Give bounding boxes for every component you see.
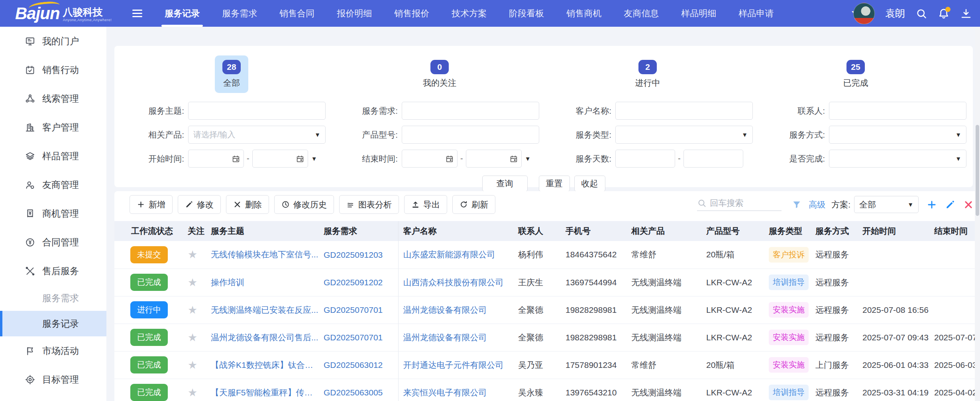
service-topic-link[interactable]: 无线传输模块在地下室信号... [211,249,318,260]
caret-down-icon[interactable]: ▼ [311,155,317,162]
toolbar-button[interactable]: 修改 [178,195,221,214]
status-tab[interactable]: 0 我的关注 [336,55,544,93]
customer-link[interactable]: 来宾恒兴电子有限公司 [403,387,487,398]
product-model-input[interactable] [402,126,539,144]
service-topic-link[interactable]: 操作培训 [211,277,244,288]
service-method-select[interactable]: ▼ [829,126,966,144]
status-tab[interactable]: 25 已完成 [752,55,960,93]
sidebar-item[interactable]: 友商管理 [0,170,106,199]
end-date-from-input[interactable] [402,150,458,168]
reset-button[interactable]: 重置 [539,176,570,192]
is-finished-select[interactable]: ▼ [829,150,966,168]
service-demand-link[interactable]: GD2025070701 [324,305,383,315]
service-topic-link[interactable]: 温州龙德设备有限公司售后... [211,332,318,343]
star-icon[interactable]: ★ [188,249,197,261]
customer-link[interactable]: 山东盛宏新能源有限公司 [403,249,495,260]
nav-tab[interactable]: 阶段看板 [505,0,548,27]
query-button[interactable]: 查询 [482,176,528,192]
toolbar-button[interactable]: 导出 [404,195,447,214]
page-scrollbar-thumb[interactable] [976,125,979,216]
service-demand-link[interactable]: GD2025091202 [324,278,383,287]
star-icon[interactable]: ★ [188,304,197,316]
star-icon[interactable]: ★ [188,332,197,344]
table-row[interactable]: 已完成 ★ 【战斧K1数控铣床】钛合金... GD2025063012 开封通达… [114,351,980,379]
nav-tab[interactable]: 友商信息 [620,0,663,27]
star-icon[interactable]: ★ [188,277,197,288]
table-row[interactable]: 进行中 ★ 无线测温终端已安装在反应... GD2025070701 温州龙德设… [114,296,980,324]
contact-input[interactable] [829,102,966,120]
nav-tab[interactable]: 服务需求 [218,0,261,27]
table-row[interactable]: 已完成 ★ 操作培训 GD2025091202 山西清众科技股份有限公司 王庆生… [114,269,980,296]
toolbar-button[interactable]: 删除 [226,195,269,214]
table-row[interactable]: 已完成 ★ 温州龙德设备有限公司售后... GD2025070701 温州龙德设… [114,324,980,351]
table-row[interactable]: 已完成 ★ 【天服F5智能检重秤】传送... GD2025063005 来宾恒兴… [114,379,980,401]
sidebar-item[interactable]: 合同管理 [0,228,106,257]
service-topic-link[interactable]: 【战斧K1数控铣床】钛合金... [211,360,319,371]
customer-link[interactable]: 温州龙德设备有限公司 [403,304,487,316]
collapse-button[interactable]: 收起 [574,176,605,192]
sidebar-subitem[interactable]: 服务需求 [0,285,106,311]
toolbar-button[interactable]: 图表分析 [339,195,399,214]
service-topic-link[interactable]: 无线测温终端已安装在反应... [211,304,318,316]
service-demand-link[interactable]: GD2025091203 [324,250,383,260]
customer-link[interactable]: 开封通达电子元件有限公司 [403,360,504,371]
nav-tab[interactable]: 技术方案 [448,0,491,27]
nav-tab[interactable]: 样品明细 [677,0,720,27]
start-date-from-input[interactable] [188,150,244,168]
caret-down-icon[interactable]: ▼ [525,155,531,162]
status-tab[interactable]: 2 进行中 [544,55,752,93]
username[interactable]: 袁朗 [885,7,905,20]
service-demand-input[interactable] [402,102,539,120]
end-date-to-input[interactable] [466,150,522,168]
sidebar-item[interactable]: 商机管理 [0,199,106,228]
nav-tab[interactable]: 销售报价 [390,0,433,27]
start-date-to-input[interactable] [252,150,308,168]
scheme-edit-icon[interactable] [945,200,955,210]
bell-icon[interactable] [938,8,950,20]
download-icon[interactable] [960,8,972,20]
customer-link[interactable]: 温州龙德设备有限公司 [403,332,487,343]
sidebar-item[interactable]: 客户管理 [0,113,106,142]
advanced-link[interactable]: 高级 [809,199,825,210]
filter-funnel-icon[interactable] [792,200,801,209]
page-scrollbar-track[interactable] [975,27,980,401]
table-row[interactable]: 未提交 ★ 无线传输模块在地下室信号... GD2025091203 山东盛宏新… [114,241,980,269]
avatar[interactable] [853,3,875,24]
scheme-select[interactable]: 全部 ▼ [854,196,919,213]
sidebar-item[interactable]: 市场活动 [0,336,106,365]
sidebar-item[interactable]: 目标管理 [0,365,106,394]
service-days-max-input[interactable] [683,150,743,168]
nav-tab[interactable]: 销售合同 [275,0,318,27]
star-icon[interactable]: ★ [188,387,197,399]
menu-hamburger-icon[interactable] [132,10,142,17]
service-demand-link[interactable]: GD2025070701 [324,333,383,342]
service-type-select[interactable]: ▼ [615,126,753,144]
service-topic-input[interactable] [188,102,326,120]
nav-tab[interactable]: 服务记录 [161,0,204,27]
star-icon[interactable]: ★ [188,359,197,371]
toolbar-button[interactable]: 新增 [130,195,173,214]
status-tab[interactable]: 28 全部 [128,55,336,93]
nav-tab[interactable]: 销售商机 [562,0,605,27]
sidebar-item[interactable]: 样品管理 [0,142,106,170]
service-demand-link[interactable]: GD2025063012 [324,360,383,370]
nav-tab[interactable]: 报价明细 [333,0,376,27]
nav-tab[interactable]: 样品申请 [735,0,778,27]
related-product-select[interactable]: 请选择/输入▼ [188,126,326,144]
service-topic-link[interactable]: 【天服F5智能检重秤】传送... [211,387,319,398]
sidebar-item[interactable]: 线索管理 [0,84,106,113]
customer-name-input[interactable] [615,102,753,120]
toolbar-button[interactable]: 刷新 [452,195,495,214]
toolbar-button[interactable]: 修改历史 [274,195,334,214]
sidebar-subitem[interactable]: 服务记录 [0,311,106,336]
customer-link[interactable]: 山西清众科技股份有限公司 [403,277,504,288]
sidebar-item[interactable]: 我的门户 [0,27,106,55]
service-demand-link[interactable]: GD2025063005 [324,388,383,397]
service-days-min-input[interactable] [615,150,675,168]
scheme-add-icon[interactable] [927,200,937,210]
search-icon[interactable] [915,8,927,20]
sidebar-item[interactable]: 销售行动 [0,55,106,84]
sidebar-item[interactable]: 售后服务 [0,257,106,285]
scheme-delete-icon[interactable] [963,200,974,210]
quick-search-input[interactable] [710,198,778,208]
